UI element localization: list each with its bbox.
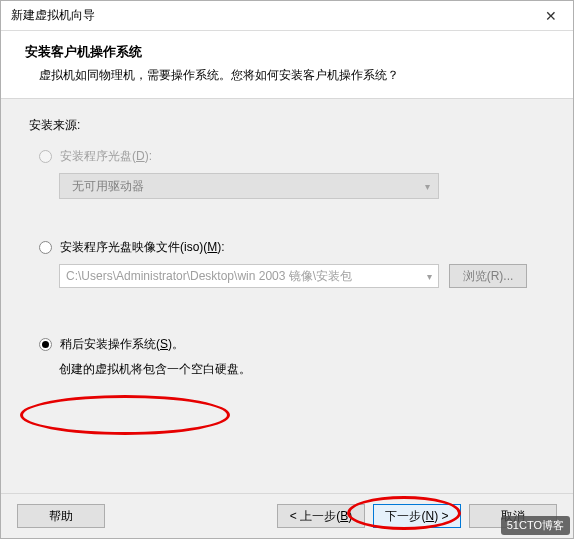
install-source-label: 安装来源: <box>29 117 545 134</box>
footer-buttons: 帮助 < 上一步(B) 下一步(N) > 取消 <box>1 493 573 538</box>
window-title: 新建虚拟机向导 <box>11 7 95 24</box>
watermark: 51CTO博客 <box>501 516 570 535</box>
titlebar: 新建虚拟机向导 ✕ <box>1 1 573 31</box>
radio-later[interactable] <box>39 338 52 351</box>
option-later-group: 稍后安装操作系统(S)。 创建的虚拟机将包含一个空白硬盘。 <box>29 336 545 378</box>
wizard-dialog: 新建虚拟机向导 ✕ 安装客户机操作系统 虚拟机如同物理机，需要操作系统。您将如何… <box>0 0 574 539</box>
option-disc-row[interactable]: 安装程序光盘(D): <box>29 148 545 165</box>
back-button[interactable]: < 上一步(B) <box>277 504 365 528</box>
page-description: 虚拟机如同物理机，需要操作系统。您将如何安装客户机操作系统？ <box>25 67 549 84</box>
page-title: 安装客户机操作系统 <box>25 43 549 61</box>
option-iso-group: 安装程序光盘映像文件(iso)(M): C:\Users\Administrat… <box>29 239 545 288</box>
option-iso-row[interactable]: 安装程序光盘映像文件(iso)(M): <box>29 239 545 256</box>
option-later-label: 稍后安装操作系统(S)。 <box>60 336 184 353</box>
option-disc-label: 安装程序光盘(D): <box>60 148 152 165</box>
next-button[interactable]: 下一步(N) > <box>373 504 461 528</box>
radio-disc[interactable] <box>39 150 52 163</box>
option-iso-label: 安装程序光盘映像文件(iso)(M): <box>60 239 225 256</box>
option-later-desc: 创建的虚拟机将包含一个空白硬盘。 <box>29 361 545 378</box>
option-disc-group: 安装程序光盘(D): 无可用驱动器 ▾ <box>29 148 545 199</box>
disc-drive-combo[interactable]: 无可用驱动器 ▾ <box>59 173 439 199</box>
header-panel: 安装客户机操作系统 虚拟机如同物理机，需要操作系统。您将如何安装客户机操作系统？ <box>1 31 573 99</box>
chevron-down-icon: ▾ <box>427 271 432 282</box>
content-area: 安装来源: 安装程序光盘(D): 无可用驱动器 ▾ 安装程序光盘映像文件(iso… <box>1 99 573 493</box>
option-later-row[interactable]: 稍后安装操作系统(S)。 <box>29 336 545 353</box>
iso-input-row: C:\Users\Administrator\Desktop\win 2003 … <box>59 264 545 288</box>
close-button[interactable]: ✕ <box>528 1 573 30</box>
close-icon: ✕ <box>545 8 557 24</box>
disc-drive-text: 无可用驱动器 <box>72 178 144 195</box>
iso-path-text: C:\Users\Administrator\Desktop\win 2003 … <box>66 268 352 285</box>
chevron-down-icon: ▾ <box>425 181 430 192</box>
browse-button[interactable]: 浏览(R)... <box>449 264 527 288</box>
iso-path-input[interactable]: C:\Users\Administrator\Desktop\win 2003 … <box>59 264 439 288</box>
help-button[interactable]: 帮助 <box>17 504 105 528</box>
radio-iso[interactable] <box>39 241 52 254</box>
